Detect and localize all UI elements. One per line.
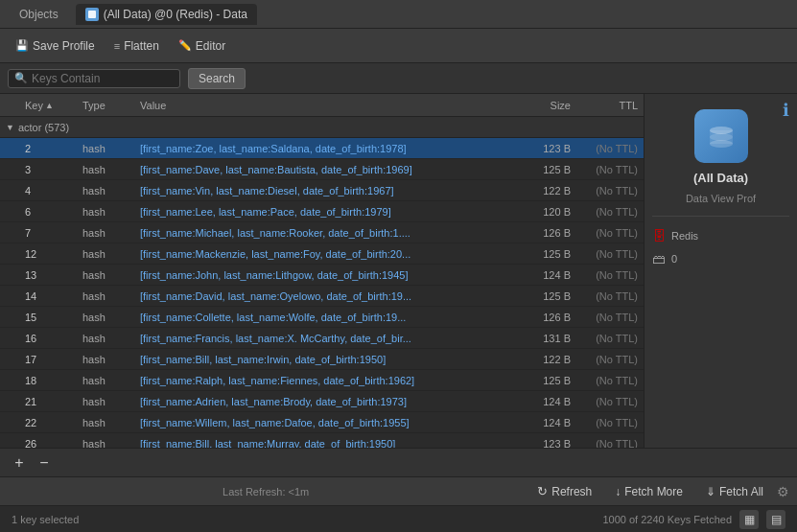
panel-divider — [652, 216, 789, 217]
remove-key-button[interactable]: − — [33, 451, 56, 474]
cell-size: 126 B — [514, 312, 576, 323]
add-icon: + — [14, 454, 23, 472]
info-icon: ℹ — [783, 101, 789, 120]
flatten-label: Flatten — [124, 39, 159, 53]
cell-ttl: (No TTL) — [576, 417, 644, 428]
settings-button[interactable]: ⚙ — [777, 484, 789, 499]
search-input[interactable] — [32, 72, 166, 85]
table-row[interactable]: 3 hash [first_name:Dave, last_name:Bauti… — [0, 159, 644, 180]
cell-ttl: (No TTL) — [576, 396, 644, 407]
cell-value: [first_name:Collette, last_name:Wolfe, d… — [134, 312, 514, 323]
cell-value: [first_name:Dave, last_name:Bautista, da… — [134, 164, 514, 175]
cell-key: 17 — [19, 354, 77, 365]
table-row[interactable]: 18 hash [first_name:Ralph, last_name:Fie… — [0, 370, 644, 391]
table-row[interactable]: 21 hash [first_name:Adrien, last_name:Br… — [0, 391, 644, 412]
refresh-status: Last Refresh: <1m — [8, 486, 524, 497]
col-value[interactable]: Value — [134, 100, 514, 111]
table-row[interactable]: 4 hash [first_name:Vin, last_name:Diesel… — [0, 180, 644, 201]
layout-btn-1[interactable]: ▦ — [739, 510, 759, 529]
sort-icon: ▲ — [45, 101, 54, 110]
cell-key: 12 — [19, 248, 77, 260]
cell-size: 120 B — [514, 206, 576, 218]
flatten-button[interactable]: ≡ Flatten — [106, 36, 167, 56]
table-row[interactable]: 22 hash [first_name:Willem, last_name:Da… — [0, 412, 644, 433]
panel-subtitle: Data View Prof — [686, 193, 756, 204]
editor-label: Editor — [196, 39, 225, 53]
cell-ttl: (No TTL) — [576, 290, 644, 302]
cell-key: 18 — [19, 375, 77, 386]
tab-bar: Objects (All Data) @0 (Redis) - Data — [0, 0, 797, 29]
panel-db-number-row: 🗃 0 — [652, 251, 789, 266]
cell-value: [first_name:Francis, last_name:X. McCart… — [134, 333, 514, 344]
table-row[interactable]: 7 hash [first_name:Michael, last_name:Ro… — [0, 222, 644, 243]
cell-type: hash — [77, 396, 134, 407]
col-size-label: Size — [551, 100, 571, 111]
search-input-wrap: 🔍 — [8, 69, 180, 88]
cell-key: 3 — [19, 164, 77, 175]
cell-ttl: (No TTL) — [576, 248, 644, 260]
objects-tab[interactable]: Objects — [8, 4, 70, 25]
editor-icon: ✏️ — [178, 39, 192, 52]
data-table-wrap: Key ▲ Type Value Size TTL — [0, 94, 644, 448]
col-ttl-label: TTL — [619, 100, 638, 111]
col-key[interactable]: Key ▲ — [19, 100, 77, 111]
group-label-text: actor (573) — [18, 122, 69, 133]
col-size[interactable]: Size — [514, 100, 576, 111]
table-row[interactable]: 13 hash [first_name:John, last_name:Lith… — [0, 265, 644, 286]
cell-size: 125 B — [514, 375, 576, 386]
cell-value: [first_name:David, last_name:Oyelowo, da… — [134, 290, 514, 302]
cell-ttl: (No TTL) — [576, 143, 644, 154]
cell-key: 4 — [19, 185, 77, 197]
table-row[interactable]: 16 hash [first_name:Francis, last_name:X… — [0, 328, 644, 349]
cell-type: hash — [77, 417, 134, 428]
refresh-button[interactable]: ↻ Refresh — [527, 481, 601, 501]
col-ttl[interactable]: TTL — [576, 100, 644, 111]
cell-value: [first_name:John, last_name:Lithgow, dat… — [134, 269, 514, 281]
table-row[interactable]: 26 hash [first_name:Bill, last_name:Murr… — [0, 433, 644, 448]
add-key-button[interactable]: + — [8, 451, 31, 474]
group-row[interactable]: ▼ actor (573) — [0, 117, 644, 138]
editor-button[interactable]: ✏️ Editor — [171, 36, 233, 56]
table-body: ▼ actor (573) 2 hash [first_name:Zoe, la… — [0, 117, 644, 448]
cell-value: [first_name:Mackenzie, last_name:Foy, da… — [134, 248, 514, 260]
table-row[interactable]: 2 hash [first_name:Zoe, last_name:Saldan… — [0, 138, 644, 159]
active-tab[interactable]: (All Data) @0 (Redis) - Data — [76, 4, 257, 25]
cell-size: 124 B — [514, 396, 576, 407]
layout-btn-2[interactable]: ▤ — [766, 510, 785, 529]
col-type[interactable]: Type — [77, 100, 134, 111]
cell-size: 122 B — [514, 354, 576, 365]
table-row[interactable]: 15 hash [first_name:Collette, last_name:… — [0, 307, 644, 328]
cell-value: [first_name:Adrien, last_name:Brody, dat… — [134, 396, 514, 407]
cell-value: [first_name:Bill, last_name:Murray, date… — [134, 438, 514, 449]
cell-type: hash — [77, 333, 134, 344]
search-button[interactable]: Search — [188, 68, 246, 89]
fetch-all-icon: ⇓ — [706, 485, 715, 498]
refresh-label: Refresh — [551, 485, 592, 498]
save-icon: 💾 — [15, 39, 29, 52]
active-tab-label: (All Data) @0 (Redis) - Data — [104, 8, 247, 21]
cell-key: 16 — [19, 333, 77, 344]
fetch-more-button[interactable]: ↓ Fetch More — [605, 482, 692, 501]
table-row[interactable]: 12 hash [first_name:Mackenzie, last_name… — [0, 243, 644, 265]
table-header: Key ▲ Type Value Size TTL — [0, 94, 644, 117]
redis-label: Redis — [671, 230, 698, 242]
cell-key: 21 — [19, 396, 77, 407]
add-remove-bar: + − — [0, 448, 797, 476]
save-profile-button[interactable]: 💾 Save Profile — [8, 36, 103, 56]
cell-ttl: (No TTL) — [576, 354, 644, 365]
cell-type: hash — [77, 185, 134, 197]
table-row[interactable]: 14 hash [first_name:David, last_name:Oye… — [0, 286, 644, 307]
cell-ttl: (No TTL) — [576, 438, 644, 449]
fetch-all-button[interactable]: ⇓ Fetch All — [696, 482, 773, 501]
flatten-icon: ≡ — [114, 40, 120, 52]
table-row[interactable]: 6 hash [first_name:Lee, last_name:Pace, … — [0, 201, 644, 222]
cell-size: 123 B — [514, 438, 576, 449]
cell-type: hash — [77, 206, 134, 218]
cell-ttl: (No TTL) — [576, 185, 644, 197]
cell-key: 15 — [19, 312, 77, 323]
cell-size: 122 B — [514, 185, 576, 197]
info-button[interactable]: ℹ — [783, 100, 789, 121]
cell-value: [first_name:Ralph, last_name:Fiennes, da… — [134, 375, 514, 386]
cell-ttl: (No TTL) — [576, 312, 644, 323]
table-row[interactable]: 17 hash [first_name:Bill, last_name:Irwi… — [0, 349, 644, 370]
